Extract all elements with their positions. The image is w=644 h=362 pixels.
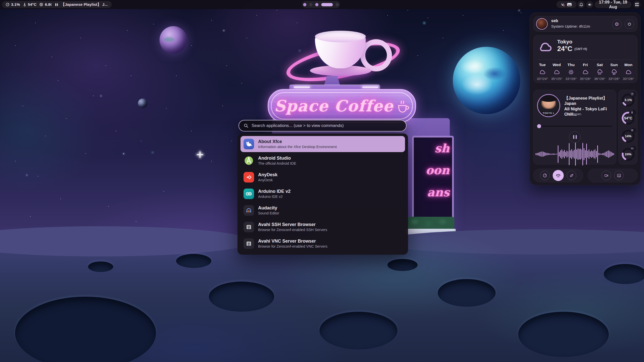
power-button[interactable] (625, 19, 634, 29)
screenshot-button[interactable] (614, 171, 624, 180)
cloud-icon (539, 69, 546, 75)
network-port-icon (244, 222, 254, 232)
neon-sign: Space Coffee (268, 89, 416, 123)
sun-icon (567, 69, 575, 75)
leaf-icon (569, 173, 574, 178)
app-title: Arduino IDE v2 (258, 189, 291, 194)
workspace-dot[interactable] (315, 3, 318, 6)
app-subtitle: The official Android IDE (258, 161, 296, 166)
cpu-gauge: 3.1% (621, 92, 635, 108)
tray-icons-pill[interactable]: Vc (556, 1, 577, 8)
gauge-value: 54°C (621, 116, 635, 120)
forecast-day: Fri 35°/26° (579, 63, 592, 81)
workspace-dot[interactable] (309, 3, 312, 6)
android-studio-icon (244, 155, 254, 166)
rain-icon (596, 69, 603, 75)
shop-hedge (408, 217, 454, 229)
bell-icon (579, 3, 583, 7)
list-item-anydesk[interactable]: AnyDesk AnyDesk (240, 169, 405, 185)
list-item-about-xfce[interactable]: About Xfce Information about the Xfce De… (240, 136, 405, 152)
list-item-audacity[interactable]: Audacity Sound Editor (240, 202, 405, 218)
app-subtitle: AnyDesk (258, 178, 277, 183)
thermometer-icon (631, 110, 636, 115)
app-title: Android Studio (258, 155, 296, 161)
arduino-icon (244, 189, 254, 199)
shop-window: sh oon ans (412, 136, 454, 222)
power-profile-group (533, 169, 583, 182)
app-subtitle: Browse for Zeroconf-enabled SSH Servers (258, 228, 327, 232)
audio-visualizer (536, 145, 614, 163)
system-stats-pill[interactable]: 3.1% 54°C (2, 1, 57, 8)
now-playing-pill[interactable]: 【Japanese Playlist】 J... (51, 1, 112, 8)
gear-icon: ⚙ (615, 22, 619, 27)
app-subtitle: Sound Editor (258, 211, 279, 216)
speaker-icon (588, 3, 592, 7)
crater (438, 279, 496, 307)
workspace-dot[interactable] (336, 3, 339, 6)
settings-button[interactable]: ⚙ (612, 19, 622, 29)
image-icon (617, 173, 621, 178)
avatar[interactable] (536, 18, 548, 30)
thermometer-icon (23, 3, 26, 7)
network-port-icon (244, 238, 254, 249)
search-input[interactable]: Search applications... (use > to view co… (238, 120, 407, 131)
app-grid-icon (635, 3, 639, 7)
list-item-android-studio[interactable]: Android Studio The official Android IDE (240, 153, 405, 169)
window-neon-text: sh (414, 138, 452, 159)
forecast-day: Thu 33°/26° (564, 63, 578, 81)
crater (176, 254, 211, 268)
media-player-card: TOKYO L 【Japanese Playlist】 Japan All Ni… (533, 90, 616, 164)
notifications-button[interactable] (578, 1, 585, 8)
user-card: seb System Uptime: 4h11m ⚙ (533, 16, 637, 32)
chip-icon (39, 3, 43, 7)
app-title: Avahi VNC Server Browser (258, 238, 328, 244)
list-item-arduino[interactable]: Arduino IDE v2 Arduino IDE v2 (240, 186, 405, 202)
crater (518, 312, 609, 357)
tray-indicator-icon[interactable]: Vc (561, 3, 564, 7)
app-subtitle: Arduino IDE v2 (258, 194, 291, 199)
earth-planet (453, 47, 520, 114)
workspace-dot[interactable] (303, 3, 306, 6)
album-art: TOKYO L (537, 94, 560, 117)
app-launcher-results: About Xfce Information about the Xfce De… (237, 133, 408, 255)
dashboard-panel: seb System Uptime: 4h11m ⚙ Tokyo 24°C(GM… (530, 12, 641, 185)
power-icon (627, 22, 632, 26)
track-subtitle: Chill Japan. (564, 112, 582, 116)
app-grid-button[interactable] (633, 1, 640, 8)
roof-light (362, 86, 378, 88)
image-tray-icon[interactable] (567, 3, 572, 7)
app-title: Avahi SSH Server Browser (258, 222, 327, 228)
volume-button[interactable] (586, 1, 593, 8)
app-subtitle: Information about the Xfce Desktop Envir… (258, 145, 337, 149)
disk-gauge: 24% (621, 146, 635, 162)
clock-pill[interactable]: 17:09 - Tue, 19 Aug (595, 1, 631, 8)
temperature-gauge: 54°C (621, 110, 635, 126)
speedometer-icon (543, 173, 547, 178)
crater (604, 264, 644, 284)
screen-record-button[interactable] (601, 171, 611, 180)
system-gauges-card: 3.1% 54°C 14% (618, 90, 637, 164)
power-saver-profile-button[interactable] (567, 171, 576, 180)
app-title: About Xfce (258, 139, 337, 145)
anydesk-icon (244, 172, 254, 183)
username: seb (551, 19, 558, 23)
list-item-avahi-vnc[interactable]: Avahi VNC Server Browser Browse for Zero… (240, 236, 405, 252)
balanced-profile-button[interactable] (553, 170, 564, 181)
speedometer-icon (631, 92, 636, 97)
workspace-dot-active[interactable] (321, 3, 333, 6)
neon-coffee-cup-icon (396, 99, 410, 113)
list-item-avahi-ssh[interactable]: Avahi SSH Server Browser Browse for Zero… (240, 219, 405, 235)
workspace-indicator[interactable] (302, 1, 340, 8)
performance-profile-button[interactable] (540, 171, 550, 180)
search-icon (244, 123, 249, 128)
pause-icon (55, 3, 58, 6)
forecast-row: Tue 33°/24° Wed 35°/25° Thu (536, 63, 635, 81)
app-title: AnyDesk (258, 172, 277, 178)
gauge-value: 3.1% (621, 98, 635, 102)
play-pause-button[interactable] (569, 131, 581, 143)
progress-bar[interactable] (538, 126, 612, 127)
crater (88, 261, 113, 272)
app-title: Audacity (258, 205, 279, 211)
weather-temp: 24°C(GMT+9) (557, 45, 587, 53)
progress-knob[interactable] (537, 124, 541, 128)
